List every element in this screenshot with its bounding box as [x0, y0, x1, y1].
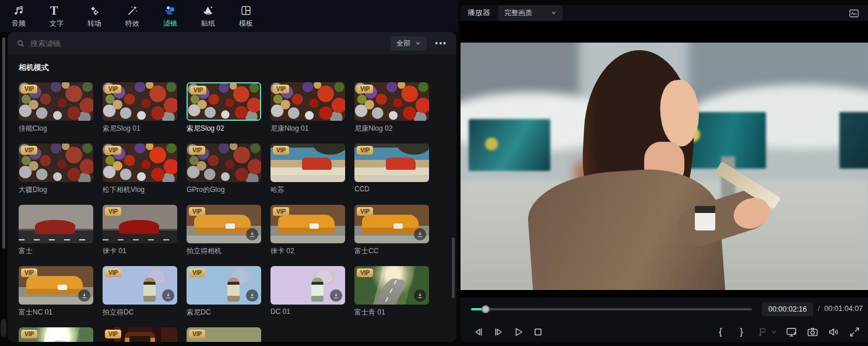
- filter-item[interactable]: VIP 尼康Nlog 01: [270, 82, 345, 134]
- seek-bar[interactable]: [471, 308, 752, 310]
- background-billboard: [469, 119, 550, 171]
- tab-stickers[interactable]: 贴纸: [195, 4, 221, 29]
- vip-badge: VIP: [357, 207, 373, 216]
- filter-name: 富士: [19, 246, 93, 256]
- filter-item[interactable]: VIP 富士CC: [354, 205, 429, 256]
- filter-name: 松下相机Vlog: [103, 185, 177, 195]
- timecode-separator: /: [818, 305, 820, 313]
- download-icon[interactable]: [78, 289, 90, 302]
- current-timecode: 00:00:02:16: [762, 302, 813, 316]
- vip-badge: VIP: [190, 86, 206, 95]
- filter-thumbnail: VIP: [354, 144, 429, 182]
- download-icon[interactable]: [414, 228, 426, 240]
- filter-item[interactable]: DC 01: [270, 266, 345, 317]
- quality-dropdown[interactable]: 完整画质: [498, 5, 563, 21]
- download-icon[interactable]: [330, 289, 342, 302]
- fullscreen-icon[interactable]: [848, 326, 861, 338]
- secondary-display-icon[interactable]: [785, 326, 798, 338]
- tab-label: 音频: [12, 19, 26, 29]
- tab-filters[interactable]: 滤镜: [157, 4, 183, 29]
- vip-badge: VIP: [189, 268, 205, 277]
- filter-name: 索尼DC: [187, 307, 261, 317]
- mark-out-button[interactable]: }: [735, 326, 748, 338]
- filter-name: DC 01: [270, 307, 345, 316]
- tab-effects[interactable]: 特效: [120, 4, 145, 29]
- next-frame-button[interactable]: [492, 326, 505, 338]
- category-scrollbar[interactable]: [2, 37, 5, 249]
- filter-item[interactable]: VIP: [187, 327, 261, 342]
- download-icon[interactable]: [414, 289, 426, 302]
- filter-thumbnail: VIP: [187, 205, 261, 243]
- stop-button[interactable]: [532, 326, 544, 338]
- vip-badge: VIP: [357, 268, 373, 277]
- filter-item[interactable]: VIP 索尼DC: [187, 266, 261, 317]
- vip-badge: VIP: [273, 207, 289, 216]
- playback-slider-row: 00:00:02:16 / 00:01:04:07: [461, 300, 868, 317]
- volume-icon[interactable]: [827, 326, 840, 338]
- filters-icon: [164, 4, 177, 17]
- filter-name: 富士NC 01: [19, 307, 93, 317]
- vip-badge: VIP: [105, 268, 121, 277]
- filter-item[interactable]: VIP 佳能Clog: [19, 82, 93, 134]
- video-preview[interactable]: [461, 21, 868, 298]
- filter-name: 徕卡 02: [270, 246, 345, 256]
- filter-item[interactable]: VIP 哈苏: [270, 144, 345, 195]
- filter-name: 尼康Nlog 01: [270, 124, 345, 134]
- filter-item[interactable]: VIP 富士青 01: [354, 266, 429, 317]
- mark-in-button[interactable]: {: [714, 326, 727, 338]
- filter-name: 富士青 01: [354, 307, 429, 317]
- tab-transition[interactable]: 转场: [82, 4, 107, 29]
- snapshot-camera-icon[interactable]: [806, 326, 819, 338]
- filter-list-area: 相机模式 VIP 佳能Clog VIP 索尼Slog 01 VIP 索尼Slog…: [8, 54, 456, 342]
- filter-name: 哈苏: [270, 185, 345, 195]
- filter-item[interactable]: VIP 大疆Dlog: [19, 144, 93, 195]
- vip-badge: VIP: [189, 207, 205, 216]
- filter-item[interactable]: VIP GPro的Glog: [187, 144, 261, 195]
- download-icon[interactable]: [246, 228, 258, 240]
- scope-icon[interactable]: [848, 8, 860, 18]
- filter-item[interactable]: VIP: [19, 327, 93, 342]
- tab-label: 文字: [50, 19, 64, 29]
- section-title: 相机模式: [19, 62, 456, 73]
- filter-name: CCD: [354, 185, 429, 193]
- filter-item[interactable]: VIP 索尼Slog 02: [187, 82, 261, 134]
- filter-item[interactable]: VIP 徕卡 01: [103, 205, 177, 256]
- previous-frame-button[interactable]: [472, 326, 485, 338]
- filter-thumbnail: VIP: [19, 144, 93, 182]
- filter-item[interactable]: 富士: [19, 205, 93, 256]
- vip-badge: VIP: [105, 146, 121, 155]
- filter-item[interactable]: VIP 拍立得相机: [187, 205, 261, 256]
- filter-item[interactable]: VIP 松下相机Vlog: [103, 144, 177, 195]
- filter-item[interactable]: VIP 富士NC 01: [19, 266, 93, 317]
- chevron-down-icon: [551, 10, 557, 16]
- download-icon[interactable]: [162, 289, 174, 302]
- filter-item[interactable]: VIP 索尼Slog 01: [103, 82, 177, 134]
- more-options-button[interactable]: •••: [435, 40, 447, 46]
- edge-fragment: [1, 319, 6, 337]
- download-icon[interactable]: [246, 289, 258, 302]
- filter-item[interactable]: VIP 徕卡 02: [270, 205, 345, 256]
- tab-text[interactable]: T 文字: [44, 4, 69, 29]
- seek-handle[interactable]: [482, 305, 490, 313]
- filter-thumbnail: VIP: [354, 266, 429, 305]
- filter-thumbnail: VIP: [187, 82, 261, 121]
- filter-thumbnail: VIP: [103, 144, 177, 182]
- filter-item[interactable]: VIP CCD: [354, 144, 429, 195]
- filter-item[interactable]: VIP 拍立得DC: [103, 266, 177, 317]
- filter-name: 拍立得DC: [103, 307, 177, 317]
- filter-scrollbar[interactable]: [452, 237, 455, 298]
- filter-thumbnail: VIP: [103, 82, 177, 121]
- search-input[interactable]: [30, 39, 391, 48]
- tab-label: 滤镜: [163, 19, 177, 29]
- tab-templates[interactable]: 模板: [233, 4, 259, 29]
- tab-audio[interactable]: 音频: [6, 4, 31, 29]
- filter-thumbnail: VIP: [354, 82, 429, 121]
- vip-badge: VIP: [357, 146, 373, 155]
- category-dropdown[interactable]: 全部: [391, 36, 427, 51]
- filter-item[interactable]: VIP: [103, 327, 177, 342]
- play-button[interactable]: [512, 326, 525, 338]
- filter-thumbnail: VIP: [103, 266, 177, 305]
- filter-item[interactable]: VIP 尼康Nlog 02: [354, 82, 429, 134]
- background-billboard: [839, 112, 868, 169]
- template-icon: [240, 4, 252, 17]
